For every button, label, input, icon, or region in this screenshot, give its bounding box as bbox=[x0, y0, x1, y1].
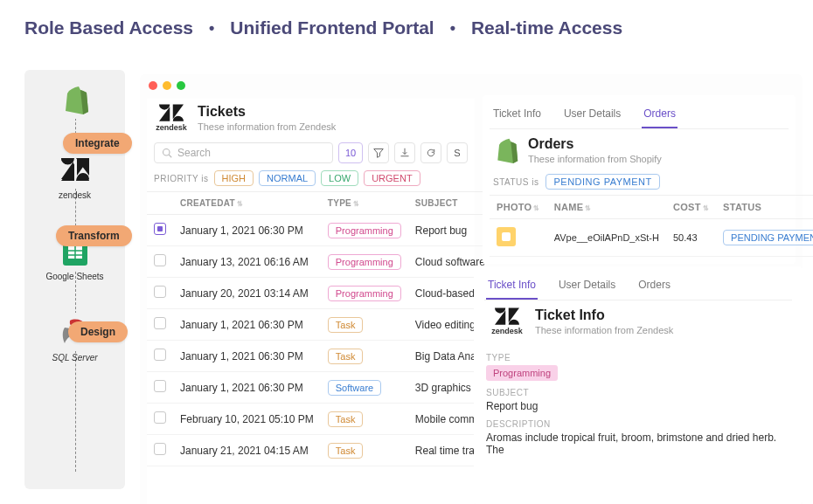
panel-title: Ticket Info bbox=[535, 307, 673, 323]
row-checkbox[interactable] bbox=[154, 443, 166, 455]
heading-1: Role Based Access bbox=[24, 17, 193, 38]
minimize-icon[interactable] bbox=[163, 81, 171, 90]
col-type[interactable]: TYPE⇅ bbox=[321, 192, 408, 215]
feature-heading: Role Based Access • Unified Frontend Por… bbox=[0, 0, 813, 54]
type-chip: Programming bbox=[328, 223, 401, 238]
sidebar-item-zendesk: zendesk bbox=[31, 150, 118, 200]
maximize-icon[interactable] bbox=[177, 81, 185, 90]
type-chip: Programming bbox=[328, 254, 401, 270]
type-chip: Task bbox=[328, 443, 364, 459]
sidebar-label: Google Sheets bbox=[45, 272, 103, 281]
cell-createdat: January 1, 2021 06:30 PM bbox=[173, 341, 321, 372]
search-placeholder: Search bbox=[177, 147, 211, 159]
pill-design: Design bbox=[68, 321, 128, 342]
col-subject[interactable]: SUBJECT bbox=[408, 192, 493, 215]
tickets-table: CREATEDAT⇅ TYPE⇅ SUBJECT January 1, 2021… bbox=[147, 191, 493, 466]
table-row[interactable]: January 13, 2021 06:16 AMProgrammingClou… bbox=[147, 246, 493, 278]
integrations-sidebar: Integrate zendesk Transform Google Sheet… bbox=[24, 70, 125, 489]
chip-normal[interactable]: NORMAL bbox=[259, 170, 316, 186]
subject-label: SUBJECT bbox=[486, 388, 790, 397]
separator-dot: • bbox=[450, 19, 455, 38]
chip-urgent[interactable]: URGENT bbox=[364, 170, 420, 186]
orders-tabs: Ticket Info User Details Orders bbox=[490, 99, 789, 129]
zendesk-icon: zendesk bbox=[154, 104, 189, 132]
search-input[interactable]: Search bbox=[154, 142, 333, 163]
tickets-header: zendesk Tickets These information from Z… bbox=[147, 99, 475, 139]
type-chip: Task bbox=[328, 411, 364, 427]
type-badge: Programming bbox=[486, 365, 558, 381]
orders-panel: Ticket Info User Details Orders Orders T… bbox=[483, 95, 796, 264]
table-row[interactable]: February 10, 2021 05:10 PMTaskMobile com… bbox=[147, 404, 493, 435]
tab-orders[interactable]: Orders bbox=[642, 102, 678, 128]
panel-title: Tickets bbox=[198, 104, 336, 120]
col-cost[interactable]: COST⇅ bbox=[666, 196, 716, 219]
heading-2: Unified Frontend Portal bbox=[230, 17, 434, 38]
zendesk-icon: zendesk bbox=[488, 307, 526, 335]
brand-label: zendesk bbox=[491, 327, 523, 335]
table-row[interactable]: January 1, 2021 06:30 PMTaskBig Data Ana… bbox=[147, 341, 493, 372]
tab-ticket-info[interactable]: Ticket Info bbox=[486, 273, 538, 300]
col-photo[interactable]: PHOTO⇅ bbox=[490, 196, 547, 219]
shopify-icon bbox=[493, 136, 519, 167]
tab-ticket-info[interactable]: Ticket Info bbox=[491, 102, 543, 128]
panel-title: Orders bbox=[528, 136, 662, 152]
tinfo-tabs: Ticket Info User Details Orders bbox=[484, 270, 792, 300]
tab-orders[interactable]: Orders bbox=[636, 273, 672, 300]
row-checkbox[interactable] bbox=[154, 317, 166, 329]
priority-filter-row: PRIORITY is HIGH NORMAL LOW URGENT bbox=[147, 169, 475, 191]
tab-user-details[interactable]: User Details bbox=[557, 273, 617, 300]
col-name[interactable]: NAME⇅ bbox=[547, 196, 666, 219]
row-checkbox[interactable] bbox=[154, 411, 166, 424]
page-size-select[interactable]: 10 bbox=[338, 142, 363, 163]
col-status[interactable]: STATUS bbox=[716, 196, 813, 219]
pill-integrate: Integrate bbox=[63, 133, 132, 154]
col-createdat[interactable]: CREATEDAT⇅ bbox=[173, 192, 321, 215]
type-chip: Task bbox=[328, 349, 364, 364]
pill-transform: Transform bbox=[56, 225, 132, 246]
refresh-icon[interactable] bbox=[420, 142, 441, 163]
cell-cost: 50.43 bbox=[666, 219, 716, 257]
filter-icon[interactable] bbox=[368, 142, 389, 163]
shopify-icon bbox=[56, 80, 94, 119]
sort-toggle-icon[interactable]: S bbox=[447, 142, 468, 163]
svg-point-2 bbox=[163, 149, 170, 156]
description-label: DESCRIPTION bbox=[486, 419, 790, 429]
ticket-info-panel: Ticket Info User Details Orders zendesk … bbox=[474, 266, 803, 504]
cell-createdat: January 13, 2021 06:16 AM bbox=[173, 246, 321, 278]
type-chip: Software bbox=[328, 380, 381, 396]
chip-high[interactable]: HIGH bbox=[214, 170, 254, 186]
row-checkbox[interactable] bbox=[154, 223, 166, 235]
row-checkbox[interactable] bbox=[154, 380, 166, 392]
chip-low[interactable]: LOW bbox=[321, 170, 358, 186]
cell-createdat: January 21, 2021 04:15 AM bbox=[173, 435, 321, 466]
orders-table: PHOTO⇅ NAME⇅ COST⇅ STATUS AVpe__eOilAPnD… bbox=[490, 195, 813, 257]
traffic-lights bbox=[149, 81, 185, 90]
chip-pending-payment: PENDING PAYMENT bbox=[723, 230, 813, 245]
sidebar-label: SQL Server bbox=[52, 353, 97, 362]
browser-window: zendesk Tickets These information from Z… bbox=[140, 74, 803, 504]
type-chip: Task bbox=[328, 317, 364, 333]
row-checkbox[interactable] bbox=[154, 349, 166, 361]
table-row[interactable]: January 1, 2021 06:30 PMProgrammingRepor… bbox=[147, 215, 493, 246]
row-checkbox[interactable] bbox=[154, 286, 166, 298]
sidebar-label: zendesk bbox=[59, 190, 91, 200]
chip-pending-payment[interactable]: PENDING PAYMENT bbox=[545, 174, 659, 190]
close-icon[interactable] bbox=[149, 81, 157, 90]
table-row[interactable]: January 1, 2021 06:30 PMSoftware3D graph… bbox=[147, 372, 493, 404]
table-row[interactable]: January 21, 2021 04:15 AMTaskReal time t… bbox=[147, 435, 493, 466]
tickets-panel: zendesk Tickets These information from Z… bbox=[147, 99, 475, 504]
table-row[interactable]: January 20, 2021 03:14 AMProgrammingClou… bbox=[147, 278, 493, 309]
cell-createdat: February 10, 2021 05:10 PM bbox=[173, 404, 321, 435]
zendesk-icon bbox=[56, 150, 94, 189]
type-chip: Programming bbox=[328, 286, 401, 301]
table-row[interactable]: January 1, 2021 06:30 PMTaskVideo editin… bbox=[147, 309, 493, 341]
row-checkbox[interactable] bbox=[154, 254, 166, 266]
cell-name: AVpe__eOilAPnD_xSt-H bbox=[547, 219, 666, 257]
tab-user-details[interactable]: User Details bbox=[562, 102, 622, 128]
cell-createdat: January 1, 2021 06:30 PM bbox=[173, 309, 321, 341]
sidebar-item-shopify bbox=[31, 80, 118, 119]
search-icon bbox=[162, 148, 172, 158]
cell-subject: Report bug bbox=[408, 215, 493, 246]
download-icon[interactable] bbox=[394, 142, 415, 163]
table-row[interactable]: AVpe__eOilAPnD_xSt-H 50.43 PENDING PAYME… bbox=[490, 219, 813, 257]
